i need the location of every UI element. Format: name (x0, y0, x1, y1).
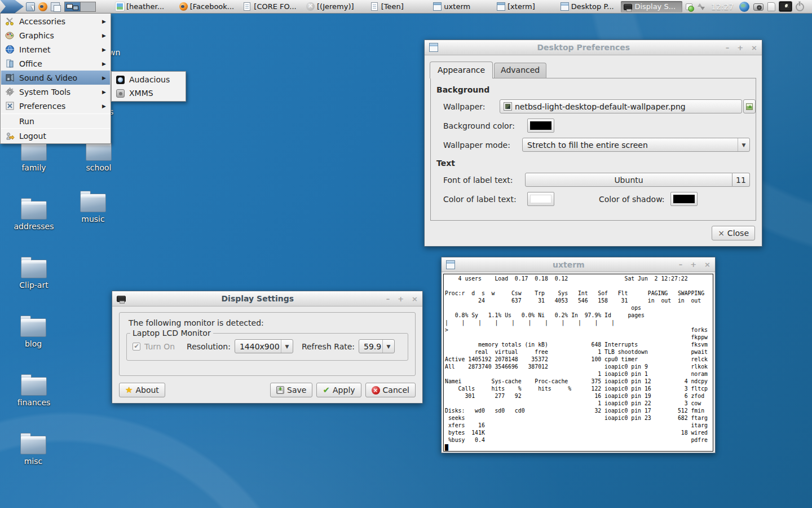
minimize-button[interactable]: – (726, 43, 730, 52)
wallpaper-file-button[interactable]: netbsd-light-desktop-default-wallpaper.p… (500, 99, 742, 113)
label-color-swatch[interactable] (527, 192, 554, 206)
task-display-settings[interactable]: Display S... (621, 1, 682, 12)
background-heading: Background (436, 85, 756, 94)
apply-button[interactable]: ✔ Apply (316, 383, 361, 397)
color-fill (530, 121, 551, 130)
globe-tray-icon[interactable] (739, 2, 749, 12)
check-icon: ✔ (134, 343, 139, 350)
font-button[interactable]: Ubuntu (525, 173, 732, 187)
picture-icon (746, 103, 753, 110)
file-manager-icon[interactable] (26, 2, 35, 11)
submenu-item-audacious[interactable]: Audacious (112, 73, 185, 86)
folder-icon (86, 142, 112, 161)
menu-item-office[interactable]: Office ▶ (1, 56, 110, 71)
font-size-field[interactable]: 11 (732, 173, 750, 187)
desktop-icon-blog[interactable]: blog (5, 315, 61, 348)
refresh-rate-combo[interactable]: 59.9 ▼ (359, 339, 395, 353)
window-icon (561, 2, 569, 11)
logout-icon (5, 132, 15, 141)
notes-icon[interactable] (767, 2, 775, 11)
tab-bar: Appearance Advanced (430, 61, 762, 78)
menu-item-logout[interactable]: Logout (1, 129, 110, 143)
turn-on-checkbox[interactable]: ✔ (133, 343, 140, 351)
submenu-item-xmms[interactable]: XMMS (112, 86, 185, 100)
task-facebook[interactable]: [Facebook... (176, 1, 238, 12)
minimize-button[interactable]: – (679, 260, 683, 269)
maximize-button[interactable]: + (690, 260, 696, 269)
desktop-icon-misc[interactable]: misc (5, 432, 61, 466)
cancel-button[interactable]: × Cancel (365, 383, 416, 397)
background-color-swatch[interactable] (527, 119, 554, 133)
maximize-button[interactable]: + (398, 295, 404, 303)
folder-icon (21, 377, 47, 396)
minimize-button[interactable]: – (386, 295, 390, 303)
menu-item-sound-video[interactable]: Sound & Video ▶ (1, 71, 110, 85)
photo-icon (116, 2, 124, 11)
task-teen[interactable]: [Teen] (367, 1, 429, 12)
terminal-screen[interactable]: 4 users Load 0.17 0.18 0.12 Sat Jun 2 12… (443, 274, 713, 452)
task-jeremy[interactable]: [(Jeremy)] (303, 1, 365, 12)
tab-appearance[interactable]: Appearance (430, 62, 493, 78)
task-uxterm[interactable]: uxterm (430, 1, 492, 12)
window-title: uxterm (458, 260, 679, 269)
laptop-lcd-fieldset: Laptop LCD Monitor ✔ Turn On Resolution:… (126, 333, 408, 361)
sound-video-icon (5, 73, 15, 82)
menu-item-graphics[interactable]: Graphics ▶ (1, 28, 110, 42)
system-tray: 12:27 (686, 2, 804, 12)
close-dialog-button[interactable]: × Close (712, 226, 755, 240)
fieldset-legend: Laptop LCD Monitor (130, 329, 213, 338)
clipboard-manager-icon[interactable] (686, 3, 692, 10)
about-button[interactable]: ★ About (119, 383, 165, 397)
task-xterm[interactable]: [xterm] (494, 1, 555, 12)
close-button[interactable]: × (704, 260, 710, 269)
titlebar[interactable]: Display Settings – + × (112, 291, 422, 306)
menu-item-system-tools[interactable]: System Tools ▶ (1, 85, 110, 99)
wallpaper-mode-combo[interactable]: Stretch to fill the entire screen ▼ (522, 138, 750, 152)
terminal-icon (433, 2, 442, 11)
workspace-2[interactable] (80, 2, 95, 11)
desktop-icon-addresses[interactable]: addresses (6, 198, 62, 231)
close-x-icon: × (718, 229, 725, 238)
close-button[interactable]: × (751, 43, 757, 52)
window-icon (429, 43, 438, 52)
workspace-pager[interactable] (64, 2, 96, 12)
wallpaper-browse-button[interactable] (743, 99, 756, 113)
desktop-icon-finances[interactable]: finances (6, 374, 62, 407)
maximize-button[interactable]: + (737, 43, 743, 52)
workspace-1[interactable] (65, 2, 80, 11)
resolution-combo[interactable]: 812x508 ▼ (235, 339, 293, 353)
desktop-icon-clip-art[interactable]: Clip-art (6, 256, 62, 290)
clock[interactable]: 12:27 (711, 2, 734, 11)
text-heading: Text (436, 159, 756, 168)
iconify-windows-icon[interactable] (51, 2, 60, 11)
titlebar[interactable]: uxterm – + × (442, 257, 715, 272)
screenshot-icon[interactable] (753, 3, 764, 11)
terminal-icon (497, 2, 505, 11)
shadow-color-swatch[interactable] (670, 192, 698, 206)
submenu-arrow-icon: ▶ (102, 19, 106, 24)
start-menu-button[interactable] (0, 0, 24, 14)
folder-icon (21, 201, 47, 220)
screensaver-icon[interactable] (779, 2, 792, 11)
power-icon[interactable] (796, 3, 804, 11)
task-desktop-preferences[interactable]: Desktop P... (558, 1, 619, 12)
menu-item-preferences[interactable]: Preferences ▶ (1, 99, 110, 113)
task-core[interactable]: [CORE FO... (240, 1, 301, 12)
browser-icon[interactable] (38, 2, 47, 11)
save-icon (276, 386, 284, 394)
titlebar[interactable]: Desktop Preferences – + × (425, 40, 762, 55)
menu-item-run[interactable]: Run (1, 115, 110, 128)
task-heather[interactable]: [heather... (113, 1, 174, 12)
shadow-color-label: Color of shadow: (599, 195, 665, 204)
document-icon (244, 2, 250, 11)
desktop-icon-music[interactable]: music (65, 190, 121, 224)
save-button[interactable]: Save (270, 383, 312, 397)
submenu-arrow-icon: ▶ (102, 89, 106, 95)
window-title: Desktop Preferences (442, 43, 726, 52)
tab-advanced[interactable]: Advanced (494, 63, 546, 78)
network-traffic-icon[interactable] (696, 2, 705, 11)
star-icon: ★ (125, 385, 133, 395)
close-button[interactable]: × (412, 295, 418, 303)
menu-item-internet[interactable]: Internet ▶ (1, 42, 110, 56)
menu-item-accessories[interactable]: Accessories ▶ (1, 14, 110, 28)
